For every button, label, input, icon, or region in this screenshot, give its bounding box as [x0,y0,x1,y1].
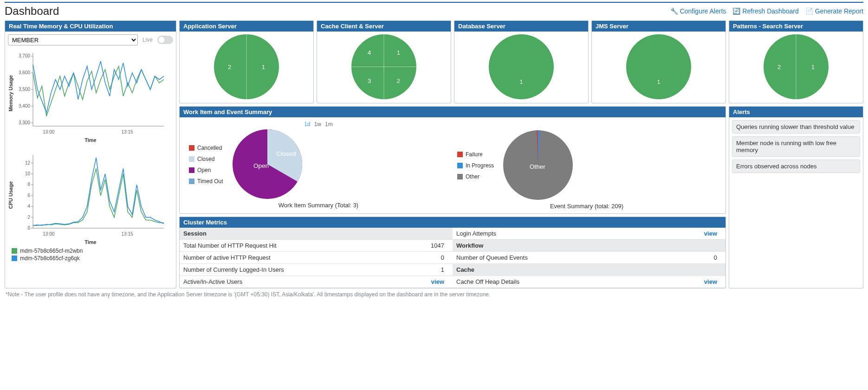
realtime-panel: Real Time Memory & CPU Utilization MEMBE… [5,20,176,288]
cpu-x-label: Time [8,239,173,245]
event-pie: Other [503,130,573,200]
server-pattern-circle[interactable]: 2 1 [764,34,829,99]
server-cache-circle[interactable]: 4 1 3 2 [351,34,416,99]
svg-text:Closed: Closed [276,150,296,157]
legend-swatch-1 [12,248,17,254]
login-attempts-view[interactable]: view [704,230,717,237]
http-active-label: Number of active HTTP Request [180,252,401,264]
ev-caption: Event Summary (total: 209) [457,203,716,210]
cpu-chart: 02468101213:0013:15 [13,151,167,239]
svg-text:3,600: 3,600 [19,70,30,75]
work-item-panel: Work Item and Event Summary 1d 1w 1m Can… [179,106,726,214]
svg-text:3,500: 3,500 [19,87,30,92]
work-item-pie: Open Closed [233,129,302,199]
queued-value: 0 [660,252,725,264]
cluster-metrics-panel: Cluster Metrics Session Total Number of … [179,217,726,288]
svg-text:6: 6 [27,193,30,198]
range-1m[interactable]: 1m [325,121,333,128]
server-db-circle[interactable]: 1 [489,34,554,99]
realtime-header: Real Time Memory & CPU Utilization [5,21,176,32]
svg-text:10: 10 [25,171,31,176]
legend-1: mdm-57b8c665cf-m2wbn [20,248,83,254]
server-app: Application Server 2 1 [179,20,314,103]
time-range: 1d 1w 1m [189,121,448,128]
session-header: Session [180,228,453,240]
svg-text:2: 2 [27,215,30,220]
configure-alerts-link[interactable]: 🔧Configure Alerts [670,7,726,15]
queued-label: Number of Queued Events [453,252,660,264]
svg-text:13:00: 13:00 [43,231,54,237]
legend-2: mdm-57b8c665cf-zg6qk [20,255,80,262]
svg-text:13:15: 13:15 [122,129,133,134]
server-app-circle[interactable]: 2 1 [214,34,279,99]
svg-text:13:00: 13:00 [43,129,54,134]
top-actions: 🔧Configure Alerts 🔄Refresh Dashboard 📄Ge… [670,7,863,15]
legend-swatch-2 [12,256,17,261]
refresh-dashboard-link[interactable]: 🔄Refresh Dashboard [732,7,798,15]
range-1w[interactable]: 1w [314,121,321,128]
cache-header: Cache [453,264,725,276]
svg-text:3,700: 3,700 [19,53,30,58]
cpu-y-label: CPU Usage [8,181,13,209]
report-icon: 📄 [805,7,813,15]
http-total-label: Total Number of HTTP Request Hit [180,240,401,252]
timezone-note: *Note - The user profile does not have a… [5,288,863,300]
svg-text:3,400: 3,400 [19,103,30,109]
alert-item-2[interactable]: Errors observed across nodes [732,160,860,173]
alerts-panel: Alerts Queries running slower than thres… [729,106,863,288]
server-db: Database Server 1 [454,20,589,103]
alert-item-1[interactable]: Member node is running with low free mem… [732,136,860,157]
live-toggle[interactable] [157,36,173,44]
live-label: Live [143,37,153,43]
svg-text:3,300: 3,300 [19,120,30,125]
svg-text:0: 0 [27,225,30,230]
server-pattern: Patterns - Search Server 2 1 [729,20,863,103]
svg-text:4: 4 [27,204,30,209]
logged-value: 1 [401,264,453,276]
wrench-icon: 🔧 [670,7,678,15]
offheap-view[interactable]: view [704,278,717,285]
http-total-value: 1047 [401,240,453,252]
wi-caption: Work Item Summary (Total: 3) [189,202,448,209]
offheap-label: Cache Off Heap Details [453,276,660,288]
login-attempts-label: Login Attempts [453,228,660,240]
http-active-value: 0 [401,252,453,264]
server-jms: JMS Server 1 [591,20,726,103]
svg-text:12: 12 [25,160,31,166]
workflow-header: Workflow [453,240,725,252]
range-1d[interactable]: 1d [304,121,310,128]
memory-chart: 3,3003,4003,5003,6003,70013:0013:15 [13,49,167,137]
member-select[interactable]: MEMBER [8,34,138,45]
memory-x-label: Time [8,137,173,143]
memory-y-label: Memory Usage [8,75,13,111]
server-cache: Cache Client & Server 4 1 3 2 [317,20,451,103]
svg-text:Open: Open [253,162,269,169]
server-jms-circle[interactable]: 1 [626,34,691,99]
svg-text:8: 8 [27,182,30,187]
logged-label: Number of Currently Logged-In Users [180,264,401,276]
page-title: Dashboard [5,5,59,18]
generate-report-link[interactable]: 📄Generate Report [805,7,863,15]
active-users-label: Active/In-Active Users [180,276,401,288]
svg-text:Other: Other [530,163,545,170]
svg-text:13:15: 13:15 [122,231,133,237]
active-users-view[interactable]: view [431,278,444,285]
refresh-icon: 🔄 [732,7,740,15]
alert-item-0[interactable]: Queries running slower than threshold va… [732,120,860,134]
